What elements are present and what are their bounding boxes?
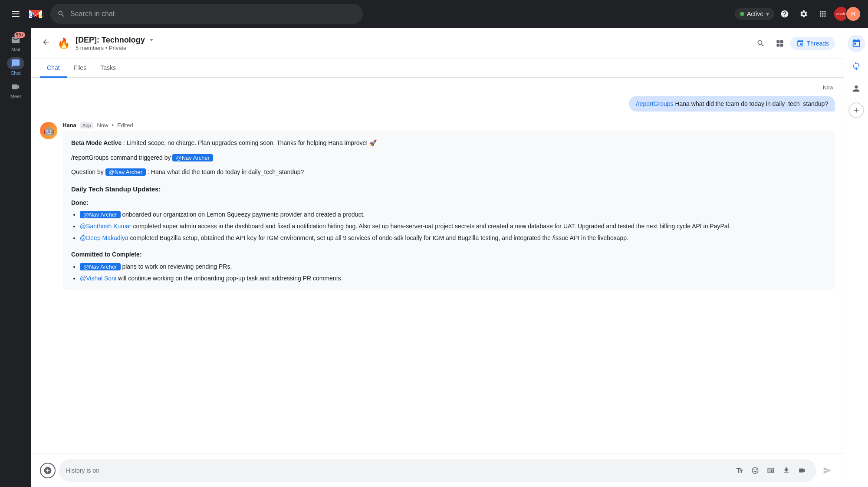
search-input[interactable] [70,10,356,18]
committed-mention-1: @Nav Archer [80,263,121,270]
committed-text-1: plans to work on reviewing pending PRs. [122,263,232,270]
main-layout: 99+ Mail Chat Meet [0,28,868,487]
standup-title: Daily Tech Standup Updates: [71,184,826,194]
bot-avatar: 🤖 [40,122,57,139]
list-item: @Nav Archer onboarded our organization o… [80,210,826,219]
chat-header: 🔥 [DEP]: Technology 5 members • Private [31,28,844,59]
google-meet-button[interactable] [764,464,778,477]
bot-message-card: Beta Mode Active : Limited scope, no cha… [62,131,835,290]
edited-text: Edited [117,122,133,128]
done-text-1: onboarded our organization on Lemon Sque… [122,211,365,218]
video-button[interactable] [795,464,809,477]
command-triggered-line: /reportGroups command triggered by @Nav … [71,153,826,163]
messages-area[interactable]: Now /reportGroups Hana what did the team… [31,78,844,454]
top-bar: Gmail Active ▾ [0,0,868,28]
room-name-chevron-icon [148,36,155,44]
user-message-text: Hana what did the team do today in daily… [675,100,828,107]
svg-rect-0 [12,11,20,12]
settings-button[interactable] [795,5,812,23]
upload-button[interactable] [779,464,793,477]
header-actions: Threads [752,35,835,52]
status-dot [740,12,744,16]
tab-chat[interactable]: Chat [40,59,67,78]
question-user-mention: @Nav Archer [105,168,146,176]
app-badge: App [80,122,94,128]
send-button[interactable] [819,463,835,478]
sidebar-item-mail[interactable]: 99+ Mail [0,31,31,55]
question-line: Question by @Nav Archer : Hana what did … [71,167,826,177]
list-item: @Santhosh Kumar completed super admin ac… [80,222,826,231]
search-button[interactable] [752,35,769,52]
back-button[interactable] [40,36,52,50]
message-input[interactable] [66,467,729,474]
committed-list: @Nav Archer plans to work on reviewing p… [71,262,826,283]
list-item: @Nav Archer plans to work on reviewing p… [80,262,826,271]
input-actions [733,464,809,477]
layout-button[interactable] [771,35,789,52]
committed-section: Committed to Complete: @Nav Archer plans… [71,250,826,283]
add-attachment-button[interactable] [40,463,56,478]
command-text: /reportGroups [636,100,673,107]
message-input-area [31,454,844,487]
active-label: Active [747,10,763,17]
svg-rect-1 [12,13,20,14]
committed-label: Committed to Complete: [71,250,826,259]
edited-label: • [112,122,114,128]
chat-tabs: Chat Files Tasks [31,59,844,78]
bot-timestamp: Now [97,122,108,128]
tab-files[interactable]: Files [67,59,94,78]
right-sidebar [844,28,868,487]
chat-sidebar: 99+ Mail Chat Meet [0,28,31,487]
right-sidebar-refresh-icon[interactable] [848,57,865,75]
message-timestamp: Now [40,85,835,91]
right-sidebar-user-icon[interactable] [848,80,865,97]
command-prefix: /reportGroups command triggered by [71,154,172,161]
format-text-button[interactable] [733,464,746,477]
triggered-by-mention: @Nav Archer [172,154,213,161]
mail-badge: 99+ [14,32,25,38]
room-icon: 🔥 [57,37,70,49]
gmail-logo: Gmail [28,8,43,20]
sidebar-item-mail-label: Mail [11,47,20,52]
user-message: /reportGroups Hana what did the team do … [40,96,835,112]
done-mention-3: @Deep Makadiya [80,234,128,241]
threads-button[interactable]: Threads [790,37,835,50]
emoji-button[interactable] [748,464,762,477]
chat-content: 🔥 [DEP]: Technology 5 members • Private [31,28,844,487]
sidebar-item-chat[interactable]: Chat [0,55,31,78]
svg-text:Gmail: Gmail [29,11,43,18]
sidebar-item-meet-label: Meet [10,94,21,99]
avatar-user[interactable]: H [845,6,861,22]
beta-mode-line: Beta Mode Active : Limited scope, no cha… [71,138,826,148]
committed-text-2: will continue working on the onboarding … [118,275,343,282]
chevron-down-icon: ▾ [766,10,769,17]
active-status-button[interactable]: Active ▾ [735,8,774,20]
svg-rect-2 [12,16,20,17]
menu-button[interactable] [7,5,24,23]
tab-tasks[interactable]: Tasks [93,59,123,78]
bot-content: Hana App Now • Edited Beta Mode Active :… [62,122,835,290]
beta-mode-text: : Limited scope, no charge. Plan upgrade… [123,139,377,146]
room-meta: 5 members • Private [76,45,747,51]
done-text-3: completed Bugzilla setup, obtained the A… [130,234,628,241]
committed-mention-2: @Vishal Soni [80,275,116,282]
add-sidebar-button[interactable] [848,102,864,118]
right-sidebar-calendar-icon[interactable] [848,35,865,52]
list-item: @Deep Makadiya completed Bugzilla setup,… [80,234,826,243]
done-section: Done: @Nav Archer onboarded our organiza… [71,198,826,243]
apps-button[interactable] [814,5,832,23]
top-bar-right: Active ▾ anabi H [735,5,861,23]
sidebar-item-meet[interactable]: Meet [0,78,31,102]
help-button[interactable] [776,5,793,23]
avatar-group: anabi H [833,6,861,22]
done-label: Done: [71,198,826,207]
question-prefix: Question by [71,168,105,175]
message-input-box[interactable] [59,459,816,482]
list-item: @Vishal Soni will continue working on th… [80,274,826,283]
bot-meta: Hana App Now • Edited [62,122,835,128]
user-message-bubble: /reportGroups Hana what did the team do … [629,96,835,112]
done-text-2: completed super admin access in the dash… [133,223,730,230]
done-mention-1: @Nav Archer [80,211,121,218]
done-mention-2: @Santhosh Kumar [80,223,132,230]
search-bar[interactable] [50,4,363,24]
